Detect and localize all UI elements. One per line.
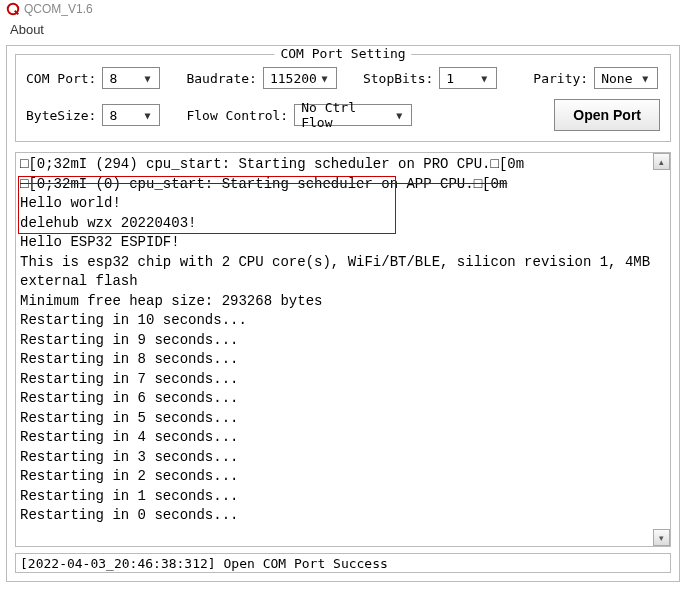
parity-label: Parity: [533, 71, 588, 86]
terminal-line: Restarting in 3 seconds... [20, 448, 666, 468]
flowcontrol-value: No Ctrl Flow [301, 100, 391, 130]
terminal-line: This is esp32 chip with 2 CPU core(s), W… [20, 253, 666, 273]
baudrate-select[interactable]: 115200 ▼ [263, 67, 337, 89]
window-title: QCOM_V1.6 [24, 2, 93, 16]
terminal-line: Restarting in 9 seconds... [20, 331, 666, 351]
window-titlebar: QCOM_V1.6 [0, 0, 686, 18]
dropdown-arrow-icon: ▼ [476, 73, 492, 84]
terminal-output[interactable]: □[0;32mI (294) cpu_start: Starting sched… [16, 153, 670, 546]
flowcontrol-select[interactable]: No Ctrl Flow ▼ [294, 104, 412, 126]
scroll-up-button[interactable]: ▴ [653, 153, 670, 170]
dropdown-arrow-icon: ▼ [317, 73, 332, 84]
parity-value: None [601, 71, 637, 86]
baudrate-label: Baudrate: [186, 71, 256, 86]
terminal-line: □[0;32mI (294) cpu_start: Starting sched… [20, 155, 666, 175]
bytesize-value: 8 [109, 108, 139, 123]
settings-row-2: ByteSize: 8 ▼ Flow Control: No Ctrl Flow… [26, 99, 660, 131]
dropdown-arrow-icon: ▼ [139, 73, 155, 84]
terminal-line: Restarting in 5 seconds... [20, 409, 666, 429]
terminal-line: delehub wzx 20220403! [20, 214, 666, 234]
terminal-line: Restarting in 10 seconds... [20, 311, 666, 331]
dropdown-arrow-icon: ▼ [637, 73, 653, 84]
comport-select[interactable]: 8 ▼ [102, 67, 160, 89]
main-frame: COM Port Setting COM Port: 8 ▼ Baudrate:… [6, 45, 680, 582]
terminal-line: Hello world! [20, 194, 666, 214]
parity-select[interactable]: None ▼ [594, 67, 658, 89]
menu-about[interactable]: About [10, 22, 44, 37]
group-legend: COM Port Setting [274, 46, 411, 61]
status-bar: [2022-04-03_20:46:38:312] Open COM Port … [15, 553, 671, 573]
terminal-line: Restarting in 0 seconds... [20, 506, 666, 526]
com-port-setting-group: COM Port Setting COM Port: 8 ▼ Baudrate:… [15, 54, 671, 142]
terminal-line: Restarting in 8 seconds... [20, 350, 666, 370]
scroll-down-button[interactable]: ▾ [653, 529, 670, 546]
terminal-output-panel: □[0;32mI (294) cpu_start: Starting sched… [15, 152, 671, 547]
comport-label: COM Port: [26, 71, 96, 86]
status-text: [2022-04-03_20:46:38:312] Open COM Port … [20, 556, 388, 571]
terminal-line: Hello ESP32 ESPIDF! [20, 233, 666, 253]
terminal-line: Restarting in 6 seconds... [20, 389, 666, 409]
terminal-line: Restarting in 4 seconds... [20, 428, 666, 448]
bytesize-select[interactable]: 8 ▼ [102, 104, 160, 126]
stopbits-select[interactable]: 1 ▼ [439, 67, 497, 89]
terminal-line: external flash [20, 272, 666, 292]
baudrate-value: 115200 [270, 71, 317, 86]
stopbits-value: 1 [446, 71, 476, 86]
dropdown-arrow-icon: ▼ [139, 110, 155, 121]
terminal-line: Restarting in 2 seconds... [20, 467, 666, 487]
open-port-button[interactable]: Open Port [554, 99, 660, 131]
dropdown-arrow-icon: ▼ [391, 110, 407, 121]
terminal-line: □[0;32mI (0) cpu_start: Starting schedul… [20, 175, 666, 195]
terminal-line: Restarting in 7 seconds... [20, 370, 666, 390]
terminal-line: Minimum free heap size: 293268 bytes [20, 292, 666, 312]
terminal-line: Restarting in 1 seconds... [20, 487, 666, 507]
flowcontrol-label: Flow Control: [186, 108, 288, 123]
comport-value: 8 [109, 71, 139, 86]
stopbits-label: StopBits: [363, 71, 433, 86]
menubar: About [0, 18, 686, 43]
app-icon [6, 2, 20, 16]
bytesize-label: ByteSize: [26, 108, 96, 123]
settings-row-1: COM Port: 8 ▼ Baudrate: 115200 ▼ StopBit… [26, 67, 660, 89]
